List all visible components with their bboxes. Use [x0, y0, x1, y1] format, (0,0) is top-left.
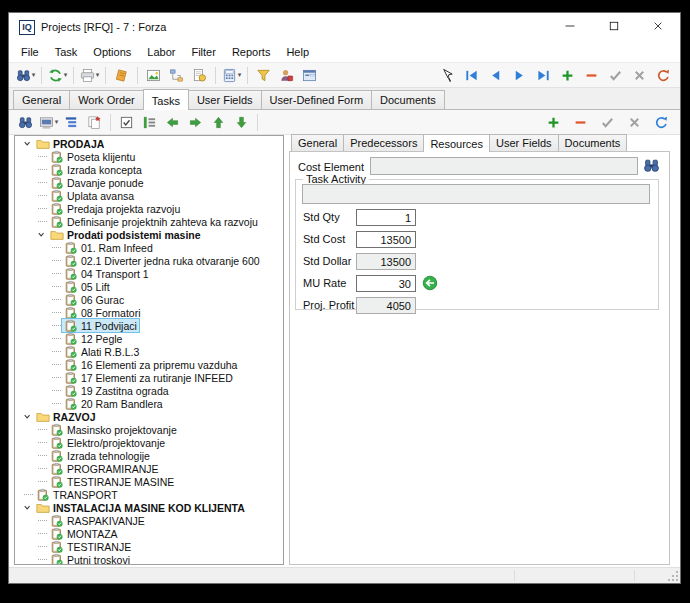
tree-item-08-formatori[interactable]: 08 Formatori	[15, 306, 283, 319]
main-tab-user-defined-form[interactable]: User-Defined Form	[261, 90, 373, 109]
minimize-button[interactable]	[548, 13, 592, 41]
chevron-down-icon[interactable]	[21, 502, 34, 513]
nav-prev-button[interactable]	[485, 65, 506, 85]
move-right-button[interactable]	[185, 112, 206, 132]
tree-item-masinsko-projektovanje[interactable]: Masinsko projektovanje	[15, 423, 283, 436]
tree-item-02-1-diverter-jedna-ruka-otvaranje-600[interactable]: 02.1 Diverter jedna ruka otvaranje 600	[15, 254, 283, 267]
main-tab-user-fields[interactable]: User Fields	[188, 90, 262, 109]
nav-last-button[interactable]	[533, 65, 554, 85]
close-button[interactable]	[636, 13, 680, 41]
notes-button[interactable]	[111, 65, 132, 85]
tree-item-06-gurac[interactable]: 06 Gurac	[15, 293, 283, 306]
refresh-record-button[interactable]	[653, 65, 674, 85]
filter-button[interactable]	[253, 65, 274, 85]
move-down-button[interactable]	[231, 112, 252, 132]
menu-item-options[interactable]: Options	[85, 43, 139, 61]
main-tab-tasks[interactable]: Tasks	[143, 89, 189, 110]
image-button[interactable]	[143, 65, 164, 85]
menu-item-help[interactable]: Help	[278, 43, 317, 61]
tree-item-testiranje-masine[interactable]: TESTIRANJE MASINE	[15, 475, 283, 488]
detail-tab-resources[interactable]: Resources	[423, 134, 490, 152]
cursor-tool-button[interactable]	[437, 65, 458, 85]
mu-rate-field[interactable]: 30	[356, 275, 416, 292]
detail-tab-documents[interactable]: Documents	[558, 134, 628, 151]
menu-item-labor[interactable]: Labor	[139, 43, 183, 61]
add-button[interactable]	[543, 112, 564, 132]
tree-item-raspakivanje[interactable]: RASPAKIVANJE	[15, 514, 283, 527]
preview-button[interactable]	[189, 65, 210, 85]
move-up-button[interactable]	[208, 112, 229, 132]
tree-item-04-transport-1[interactable]: 04 Transport 1	[15, 267, 283, 280]
main-tab-documents[interactable]: Documents	[371, 90, 445, 109]
security-button[interactable]	[276, 65, 297, 85]
std-qty-field[interactable]: 1	[356, 209, 416, 226]
chevron-down-icon[interactable]	[35, 229, 48, 240]
nav-first-button[interactable]	[461, 65, 482, 85]
remove-button[interactable]	[581, 65, 602, 85]
cost-element-field[interactable]	[370, 157, 638, 175]
detail-tab-general[interactable]: General	[291, 134, 344, 151]
tree-item-poseta-klijentu[interactable]: Poseta klijentu	[15, 150, 283, 163]
add-button[interactable]	[557, 65, 578, 85]
tree-item-izrada-koncepta[interactable]: Izrada koncepta	[15, 163, 283, 176]
checkbox-button[interactable]	[116, 112, 137, 132]
print-button[interactable]: ▾	[79, 65, 100, 85]
tree-item-19-zastitna-ograda[interactable]: 19 Zastitna ograda	[15, 384, 283, 397]
tree-item-instalacija-masine-kod-klijenta[interactable]: INSTALACIJA MASINE KOD KLIJENTA	[15, 501, 283, 514]
tree-item-predaja-projekta-razvoju[interactable]: Predaja projekta razvoju	[15, 202, 283, 215]
accept-button[interactable]	[597, 112, 618, 132]
task-activity-field[interactable]	[302, 184, 650, 204]
refresh-button[interactable]: ▾	[47, 65, 68, 85]
tree-item-17-elementi-za-rutiranje-infeed[interactable]: 17 Elementi za rutiranje INFEED	[15, 371, 283, 384]
tree-item-12-pegle[interactable]: 12 Pegle	[15, 332, 283, 345]
levels-button[interactable]	[61, 112, 82, 132]
main-tab-general[interactable]: General	[13, 90, 70, 109]
tree-item-prodati-podsistemi-masine[interactable]: Prodati podsistemi masine	[15, 228, 283, 241]
find-button[interactable]	[15, 112, 36, 132]
tree-item-putni-troskovi[interactable]: Putni troskovi	[15, 553, 283, 565]
detail-tab-predecessors[interactable]: Predecessors	[343, 134, 424, 151]
chevron-down-icon[interactable]	[21, 411, 34, 422]
cost-element-search-button[interactable]	[643, 157, 660, 178]
menu-item-task[interactable]: Task	[47, 43, 86, 61]
remove-button[interactable]	[570, 112, 591, 132]
tree-item-20-ram-bandlera[interactable]: 20 Ram Bandlera	[15, 397, 283, 410]
calculator-button[interactable]: ▾	[221, 65, 242, 85]
form-button[interactable]	[299, 65, 320, 85]
chevron-down-icon[interactable]	[21, 138, 34, 149]
cancel-button[interactable]	[624, 112, 645, 132]
cancel-button[interactable]	[629, 65, 650, 85]
tree-item-razvoj[interactable]: RAZVOJ	[15, 410, 283, 423]
menu-item-filter[interactable]: Filter	[183, 43, 223, 61]
tree-item-01-ram-infeed[interactable]: 01. Ram Infeed	[15, 241, 283, 254]
copy-task-button[interactable]	[84, 112, 105, 132]
menu-item-file[interactable]: File	[13, 43, 47, 61]
tree-item-davanje-ponude[interactable]: Davanje ponude	[15, 176, 283, 189]
maximize-button[interactable]	[592, 13, 636, 41]
tree-item-montaza[interactable]: MONTAZA	[15, 527, 283, 540]
refresh-blue-button[interactable]	[651, 112, 672, 132]
apply-rate-button[interactable]	[422, 275, 438, 295]
tree-item-transport[interactable]: TRANSPORT	[15, 488, 283, 501]
tree-item-alati-r-b-l-3[interactable]: Alati R.B.L.3	[15, 345, 283, 358]
tree-item-prodaja[interactable]: PRODAJA	[15, 137, 283, 150]
indent-button[interactable]	[139, 112, 160, 132]
menu-item-reports[interactable]: Reports	[224, 43, 279, 61]
main-tab-work-order[interactable]: Work Order	[69, 90, 144, 109]
tree-item-definisanje-projektnih-zahteva-ka-razvoju[interactable]: Definisanje projektnih zahteva ka razvoj…	[15, 215, 283, 228]
grid-print-button[interactable]: ▾	[38, 112, 59, 132]
detail-tab-user-fields[interactable]: User Fields	[489, 134, 559, 151]
accept-button[interactable]	[605, 65, 626, 85]
resize-grip[interactable]	[667, 570, 678, 581]
tree-item-16-elementi-za-pripremu-vazduha[interactable]: 16 Elementi za pripremu vazduha	[15, 358, 283, 371]
workflow-button[interactable]	[166, 65, 187, 85]
tree-item-elektro-projektovanje[interactable]: Elektro/projektovanje	[15, 436, 283, 449]
tree-item-izrada-tehnologije[interactable]: Izrada tehnologije	[15, 449, 283, 462]
nav-next-button[interactable]	[509, 65, 530, 85]
tree-item-uplata-avansa[interactable]: Uplata avansa	[15, 189, 283, 202]
find-button[interactable]: ▾	[15, 65, 36, 85]
std-cost-field[interactable]: 13500	[356, 231, 416, 248]
move-left-button[interactable]	[162, 112, 183, 132]
tree-item-testiranje[interactable]: TESTIRANJE	[15, 540, 283, 553]
tree-item-05-lift[interactable]: 05 Lift	[15, 280, 283, 293]
